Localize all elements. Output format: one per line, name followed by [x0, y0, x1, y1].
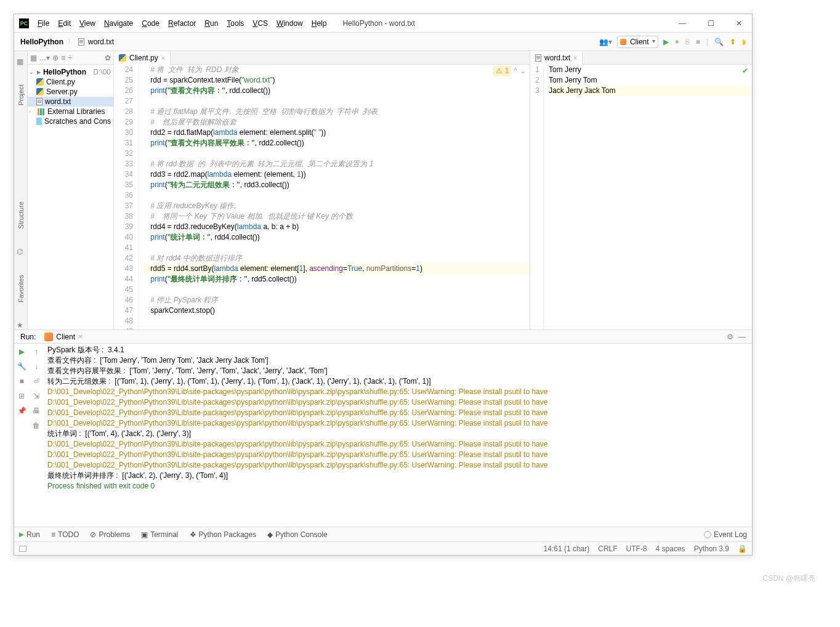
menu-help[interactable]: Help [308, 18, 331, 29]
run-body: ▶ 🔧 ■ ⊞ 📌 ↑ ↓ ⏎ ⇲ 🖶 🗑 PySpark 版本号 : 3.4.… [14, 344, 752, 527]
run-tab[interactable]: Client × [41, 333, 86, 341]
navbar: HelloPython 〉 word.txt 👥▾ Client ▶ ⌖ ⎘ ■… [14, 33, 752, 51]
structure-tool-icon[interactable]: ⌬ [17, 248, 25, 256]
project-tree[interactable]: ⌄▸ HelloPython D:\00 Client.py Server.py… [28, 65, 113, 129]
stop-button[interactable]: ■ [696, 38, 700, 46]
run-config-select[interactable]: Client [617, 36, 658, 48]
favorites-tool-icon[interactable]: ★ [17, 321, 25, 330]
trash-icon[interactable]: 🗑 [33, 421, 40, 430]
run-settings-icon[interactable]: ⚙ [727, 333, 733, 341]
project-panel: ▦ …▾ ⊕ ≡ ÷ ✿ ⌄▸ HelloPython D:\00 Client… [28, 51, 114, 330]
locate-icon[interactable]: ⊕ [52, 54, 59, 62]
bottom-tab-python-packages[interactable]: ❖ Python Packages [190, 530, 256, 539]
run-left-toolbar: ▶ 🔧 ■ ⊞ 📌 [14, 344, 29, 527]
menu-tools[interactable]: Tools [223, 18, 248, 29]
menu-run[interactable]: Run [201, 18, 222, 29]
status-encoding[interactable]: UTF-8 [626, 544, 647, 553]
side-editor: word.txt × 123 Tom JerryTom Jerry TomJac… [530, 51, 752, 330]
side-editor-tabs: word.txt × [530, 51, 752, 65]
bottom-tab-run[interactable]: ▶Run [19, 530, 40, 539]
close-tab-icon[interactable]: × [573, 54, 577, 62]
run-tool-window: Run: Client × ⚙ — ▶ 🔧 ■ ⊞ 📌 ↑ ↓ ⏎ ⇲ [14, 330, 752, 527]
tree-file[interactable]: Server.py [28, 87, 113, 97]
up-icon[interactable]: ↑ [34, 347, 38, 356]
bottom-tab-python-console[interactable]: ◆ Python Console [267, 530, 328, 539]
run-label: Run: [20, 333, 36, 341]
breadcrumb-project[interactable]: HelloPython [20, 38, 63, 46]
word-content[interactable]: Tom JerryTom Jerry TomJack Jerry Jack To… [544, 65, 752, 330]
text-file-icon [36, 98, 42, 105]
tree-file[interactable]: Client.py [28, 77, 113, 87]
editor-tab[interactable]: word.txt × [530, 51, 583, 65]
down-icon[interactable]: ↓ [34, 362, 38, 371]
pin-icon[interactable]: 📌 [17, 407, 26, 415]
lock-icon[interactable]: 🔒 [738, 544, 747, 553]
collapse-icon[interactable]: ÷ [68, 54, 72, 62]
menu-vcs[interactable]: VCS [249, 18, 272, 29]
project-tool-icon[interactable]: ▦ [17, 57, 25, 66]
ide-scripting-button[interactable]: ◗ [742, 38, 746, 46]
menu-refactor[interactable]: Refactor [164, 18, 200, 29]
debug-button[interactable]: ⌖ [675, 38, 679, 46]
breadcrumb[interactable]: HelloPython 〉 word.txt [20, 36, 114, 47]
main-menu[interactable]: FileEditViewNavigateCodeRefactorRunTools… [34, 18, 330, 29]
stop-button[interactable]: ■ [19, 377, 23, 386]
bottom-tab-problems[interactable]: ⊘ Problems [90, 530, 130, 539]
wrench-icon[interactable]: 🔧 [17, 362, 26, 371]
tree-external-libs[interactable]: ›External Libraries [28, 107, 113, 116]
project-view-select[interactable]: ▦ …▾ [30, 54, 50, 62]
status-position[interactable]: 14:61 (1 char) [544, 544, 590, 553]
favorites-tool-label[interactable]: Favorites [17, 275, 25, 302]
print-icon[interactable]: 🖶 [33, 407, 40, 415]
rerun-button[interactable]: ▶ [19, 347, 25, 356]
menu-view[interactable]: View [76, 18, 99, 29]
statusbar: 14:61 (1 char) CRLF UTF-8 4 spaces Pytho… [14, 541, 752, 555]
close-run-tab[interactable]: × [78, 333, 83, 341]
status-eol[interactable]: CRLF [598, 544, 617, 553]
scroll-end-icon[interactable]: ⇲ [33, 392, 39, 400]
expand-icon[interactable]: ≡ [61, 54, 65, 62]
settings-icon[interactable]: ✿ [105, 54, 111, 62]
menu-edit[interactable]: Edit [54, 18, 75, 29]
left-stripe: ▦ Project Structure ⌬ Favorites ★ [14, 51, 28, 330]
update-button[interactable]: ⬆ [730, 38, 736, 46]
run-config-icon [44, 333, 53, 341]
line-gutter: 123 [530, 65, 544, 330]
run-button[interactable]: ▶ [663, 38, 669, 46]
status-indent[interactable]: 4 spaces [656, 544, 685, 553]
code-with-me-icon[interactable]: 👥▾ [599, 38, 612, 46]
coverage-button[interactable]: ⎘ [685, 38, 690, 46]
status-interpreter[interactable]: Python 3.9 [694, 544, 729, 553]
minimize-button[interactable]: — [674, 19, 690, 28]
bottom-tab-todo[interactable]: ≡ TODO [51, 530, 79, 539]
menu-window[interactable]: Window [273, 18, 307, 29]
soft-wrap-icon[interactable]: ⏎ [33, 377, 39, 386]
breadcrumb-file[interactable]: word.txt [88, 38, 114, 46]
editor-body[interactable]: 2425262728293031323334353637383940414243… [114, 65, 530, 330]
status-box-icon[interactable] [19, 546, 26, 552]
file-icon [78, 38, 84, 46]
tree-root[interactable]: ⌄▸ HelloPython D:\00 [28, 67, 113, 77]
hide-run-icon[interactable]: — [738, 333, 746, 341]
word-editor-body[interactable]: 123 Tom JerryTom Jerry TomJack Jerry Jac… [530, 65, 752, 330]
close-button[interactable]: ✕ [731, 19, 747, 28]
bottom-tab-terminal[interactable]: ▣ Terminal [141, 530, 178, 539]
project-tool-label[interactable]: Project [17, 84, 25, 105]
editor-tab[interactable]: Client.py × [114, 51, 171, 65]
tree-file-selected[interactable]: word.txt [28, 97, 113, 107]
layout-icon[interactable]: ⊞ [18, 392, 25, 400]
close-tab-icon[interactable]: × [161, 54, 165, 62]
search-everywhere-icon[interactable]: 🔍 [714, 38, 724, 46]
structure-tool-label[interactable]: Structure [17, 201, 25, 229]
menu-file[interactable]: File [34, 18, 53, 29]
tree-scratches[interactable]: Scratches and Cons [28, 116, 113, 126]
inspection-widget[interactable]: ⚠ 1 ^⌄ [493, 66, 526, 76]
console-output[interactable]: PySpark 版本号 : 3.4.1查看文件内容 : ['Tom Jerry'… [44, 344, 752, 527]
menu-navigate[interactable]: Navigate [100, 18, 137, 29]
window-controls: — ☐ ✕ [674, 19, 747, 28]
bottom-tab-event-log[interactable]: Event Log [704, 530, 747, 539]
bottom-tool-tabs: ▶Run ≡ TODO ⊘ Problems ▣ Terminal ❖ Pyth… [14, 527, 752, 541]
menu-code[interactable]: Code [138, 18, 163, 29]
code-content[interactable]: # 将 文件 转为 RDD 对象 rdd = sparkContext.text… [139, 65, 530, 330]
maximize-button[interactable]: ☐ [703, 19, 719, 28]
